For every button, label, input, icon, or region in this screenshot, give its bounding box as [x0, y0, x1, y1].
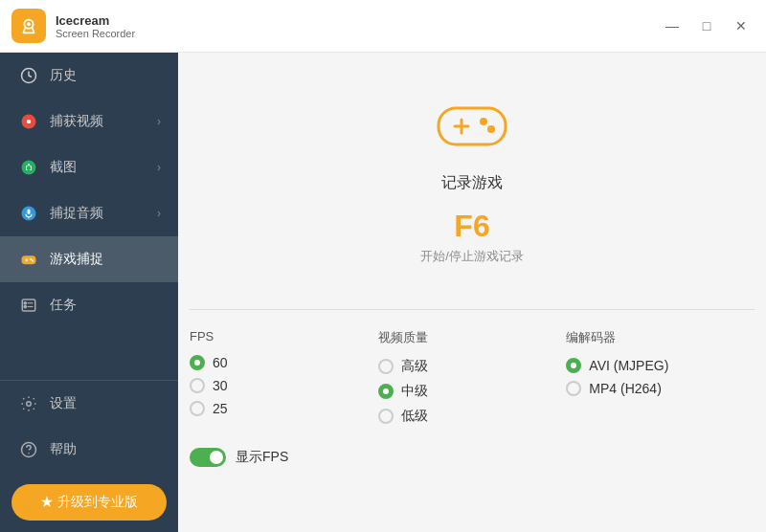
camera-icon: [17, 156, 40, 179]
game-hero: 记录游戏 F6 开始/停止游戏记录: [420, 53, 524, 299]
clock-icon: [17, 64, 40, 87]
sidebar-bottom: 设置 帮助 ★ 升级到专业版: [0, 380, 178, 532]
quality-mid-option[interactable]: 中级: [378, 383, 567, 400]
codec-avi-radio[interactable]: [566, 358, 581, 373]
sidebar-item-tasks[interactable]: 任务: [0, 282, 178, 328]
quality-column: 视频质量 高级 中级 低级: [378, 329, 567, 425]
app-logo: [11, 9, 46, 43]
fps-60-option[interactable]: 60: [190, 355, 378, 370]
content-area: 记录游戏 F6 开始/停止游戏记录 FPS 60 30 25: [178, 53, 766, 532]
sidebar-item-capture-video[interactable]: 捕获视频 ›: [0, 99, 178, 144]
sidebar-item-label: 帮助: [50, 441, 161, 458]
tasks-icon: [17, 294, 40, 317]
app-title-block: Icecream Screen Recorder: [56, 13, 135, 39]
svg-rect-24: [439, 108, 506, 144]
svg-point-17: [24, 302, 26, 304]
quality-mid-value: 中级: [401, 383, 428, 400]
hotkey-desc: 开始/停止游戏记录: [420, 248, 524, 265]
sidebar-item-game-capture[interactable]: 游戏捕捉: [0, 236, 178, 282]
chevron-right-icon: ›: [157, 207, 161, 220]
fps-30-value: 30: [213, 378, 228, 393]
upgrade-button[interactable]: ★ 升级到专业版: [11, 484, 167, 521]
svg-point-15: [32, 259, 34, 261]
sidebar-item-settings[interactable]: 设置: [0, 381, 178, 427]
show-fps-label: 显示FPS: [236, 449, 288, 466]
minimize-button[interactable]: —: [659, 15, 686, 36]
codec-label: 编解码器: [566, 329, 755, 346]
sidebar-item-capture-audio[interactable]: 捕捉音频 ›: [0, 190, 178, 236]
quality-low-option[interactable]: 低级: [378, 408, 567, 425]
settings-row: FPS 60 30 25 视频质量 高级: [190, 329, 755, 425]
chevron-right-icon: ›: [157, 161, 161, 174]
svg-point-19: [24, 305, 26, 307]
codec-mp4-value: MP4 (H264): [589, 381, 661, 396]
quality-high-radio[interactable]: [378, 359, 394, 374]
sidebar-item-history[interactable]: 历史: [0, 53, 178, 99]
quality-label: 视频质量: [378, 329, 567, 346]
fps-25-value: 25: [213, 401, 228, 416]
sidebar-item-label: 设置: [50, 395, 161, 412]
gamepad-icon: [17, 248, 40, 271]
quality-low-radio[interactable]: [378, 409, 394, 424]
game-title: 记录游戏: [441, 173, 503, 193]
svg-point-21: [27, 402, 32, 407]
divider: [190, 309, 755, 310]
chevron-right-icon: ›: [157, 115, 161, 128]
video-icon: [17, 110, 40, 133]
fps-30-option[interactable]: 30: [190, 378, 378, 393]
svg-rect-11: [22, 255, 36, 264]
codec-mp4-option[interactable]: MP4 (H264): [566, 381, 755, 396]
show-fps-row: 显示FPS: [190, 448, 755, 467]
fps-60-radio[interactable]: [190, 355, 205, 370]
gear-icon: [17, 392, 40, 415]
sidebar-item-label: 捕获视频: [50, 113, 157, 130]
codec-column: 编解码器 AVI (MJPEG) MP4 (H264): [566, 329, 755, 425]
help-icon: [17, 438, 40, 461]
quality-high-value: 高级: [401, 358, 428, 375]
sidebar: 历史 捕获视频 › 截图 ›: [0, 53, 178, 532]
close-button[interactable]: ✕: [728, 15, 755, 36]
svg-rect-9: [28, 210, 31, 214]
fps-60-value: 60: [213, 355, 228, 370]
titlebar: Icecream Screen Recorder — □ ✕: [0, 0, 766, 53]
game-controller-icon: [434, 91, 510, 162]
sidebar-item-label: 历史: [50, 67, 161, 84]
fps-column: FPS 60 30 25: [190, 329, 378, 425]
quality-mid-radio[interactable]: [378, 384, 394, 399]
fps-30-radio[interactable]: [190, 378, 205, 393]
sidebar-item-label: 任务: [50, 297, 161, 314]
fps-label: FPS: [190, 329, 378, 344]
maximize-button[interactable]: □: [693, 15, 720, 36]
mic-icon: [17, 202, 40, 225]
svg-point-27: [480, 118, 487, 125]
sidebar-item-label: 捕捉音频: [50, 205, 157, 222]
codec-avi-option[interactable]: AVI (MJPEG): [566, 358, 755, 373]
fps-25-option[interactable]: 25: [190, 401, 378, 416]
fps-25-radio[interactable]: [190, 401, 205, 416]
codec-mp4-radio[interactable]: [566, 381, 581, 396]
show-fps-toggle[interactable]: [190, 448, 226, 467]
svg-point-28: [487, 125, 495, 133]
codec-avi-value: AVI (MJPEG): [589, 358, 668, 373]
titlebar-controls: — □ ✕: [659, 15, 755, 36]
sidebar-item-label: 截图: [50, 159, 157, 176]
sidebar-item-help[interactable]: 帮助: [0, 427, 178, 473]
hotkey-label: F6: [454, 209, 489, 244]
svg-point-7: [28, 166, 31, 169]
sidebar-item-screenshot[interactable]: 截图 ›: [0, 144, 178, 190]
svg-point-14: [30, 258, 32, 260]
quality-low-value: 低级: [401, 408, 428, 425]
svg-point-1: [27, 22, 31, 26]
app-title-main: Icecream: [56, 13, 135, 28]
main-layout: 历史 捕获视频 › 截图 ›: [0, 53, 766, 532]
app-title-sub: Screen Recorder: [56, 28, 135, 39]
svg-point-23: [28, 453, 30, 454]
quality-high-option[interactable]: 高级: [378, 358, 567, 375]
logo-icon: [18, 15, 39, 36]
svg-point-4: [26, 119, 32, 124]
sidebar-item-label: 游戏捕捉: [50, 251, 161, 268]
